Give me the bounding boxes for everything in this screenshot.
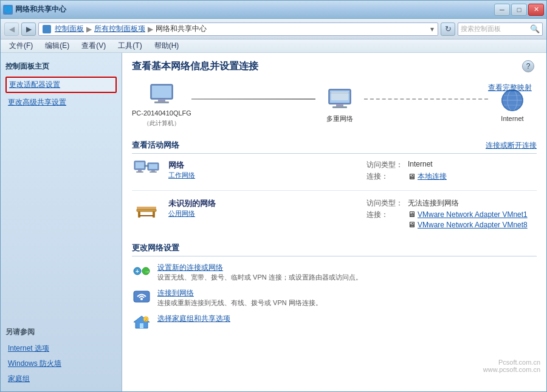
connect-disconnect-link[interactable]: 连接或断开连接 (486, 140, 537, 151)
svg-point-26 (146, 165, 149, 167)
svg-text:+: + (136, 268, 139, 275)
svg-rect-27 (137, 209, 156, 211)
network-1-connect-row: 连接： 🖥 本地连接 (366, 171, 537, 182)
main-panel: ? 查看基本网络信息并设置连接 PC-20140410QLFG (122, 53, 546, 391)
change-settings-label: 更改网络设置 (132, 242, 179, 253)
breadcrumb-part-3: 网络和共享中心 (156, 24, 207, 34)
breadcrumb-part-1[interactable]: 控制面板 (55, 24, 84, 34)
refresh-button[interactable]: ↻ (441, 22, 455, 36)
menu-view[interactable]: 查看(V) (78, 40, 109, 52)
network-2-access-label: 访问类型： (366, 198, 403, 208)
network-2-access-value: 无法连接到网络 (408, 198, 459, 208)
window-title: 网络和共享中心 (15, 4, 66, 15)
svg-point-37 (140, 298, 143, 300)
menu-file[interactable]: 文件(F) (5, 40, 36, 52)
middle-label: 多重网络 (326, 114, 353, 123)
minimize-button[interactable]: ─ (494, 4, 510, 16)
network-2-vmnet1-wrap: 🖥 VMware Network Adapter VMnet1 (408, 210, 528, 219)
main-title: 查看基本网络信息并设置连接 (132, 60, 537, 73)
watermark-line2: www.pcsoft.com.cn (483, 366, 540, 373)
sidebar: 控制面板主页 更改适配器设置 更改高级共享设置 另请参阅 Internet 选项… (1, 53, 122, 391)
connect-network-desc: 连接或重新连接到无线、有线、拨号或 VPN 网络连接。 (157, 299, 322, 306)
back-button[interactable]: ◀ (4, 22, 19, 36)
breadcrumb-icon (43, 25, 51, 33)
sidebar-also-heading: 另请参阅 (5, 325, 117, 340)
network-1-icon (132, 160, 161, 184)
network-2-info: 未识别的网络 公用网络 (168, 198, 359, 218)
help-button[interactable]: ? (522, 60, 534, 72)
network-2-connect-label: 连接： (366, 210, 403, 229)
svg-point-25 (144, 165, 146, 167)
vmnet1-icon: 🖥 (408, 210, 416, 219)
sidebar-homegroup[interactable]: 家庭组 (5, 373, 117, 385)
change-item-1: + → 设置新的连接或网络 设置无线、宽带、拨号、临时或 VPN 连接；或设置路… (132, 263, 537, 282)
network-1-connect-link[interactable]: 本地连接 (418, 171, 447, 182)
titlebar-left: 🌐 网络和共享中心 (3, 4, 66, 15)
restore-button[interactable]: □ (511, 4, 527, 16)
svg-text:→: → (144, 268, 150, 275)
window-controls: ─ □ ✕ (494, 4, 544, 16)
new-connection-icon: + → (132, 263, 151, 280)
search-bar[interactable]: 搜索控制面板 🔍 (458, 22, 543, 36)
sidebar-internet-options[interactable]: Internet 选项 (5, 342, 117, 355)
search-icon[interactable]: 🔍 (530, 24, 540, 33)
main-window: 🌐 网络和共享中心 ─ □ ✕ ◀ ▶ 控制面板 ▶ 所有控制面板项 ▶ 网络和… (0, 0, 547, 392)
svg-rect-19 (136, 171, 143, 173)
svg-rect-38 (140, 323, 143, 328)
breadcrumb-part-2[interactable]: 所有控制面板项 (94, 24, 145, 34)
titlebar: 🌐 网络和共享中心 ─ □ ✕ (1, 1, 546, 19)
view-full-map-link[interactable]: 查看完整映射 (488, 83, 532, 93)
computer-sublabel: （此计算机） (143, 119, 180, 128)
active-networks-header: 查看活动网络 连接或断开连接 (132, 140, 537, 154)
network-1-type[interactable]: 工作网络 (168, 171, 359, 180)
menu-tools[interactable]: 工具(T) (114, 40, 145, 52)
sidebar-link-adapter[interactable]: 更改适配器设置 (5, 77, 117, 93)
navbar: ◀ ▶ 控制面板 ▶ 所有控制面板项 ▶ 网络和共享中心 ▾ ↻ 搜索控制面板 … (1, 19, 546, 40)
vmnet8-icon: 🖥 (408, 220, 416, 229)
new-connection-link[interactable]: 设置新的连接或网络 (157, 263, 537, 273)
menu-help[interactable]: 帮助(H) (151, 40, 183, 52)
network-diagram: PC-20140410QLFG （此计算机） (132, 83, 537, 128)
svg-text:♪: ♪ (145, 317, 147, 322)
sidebar-link-sharing[interactable]: 更改高级共享设置 (5, 95, 117, 109)
change-item-2: 连接到网络 连接或重新连接到无线、有线、拨号或 VPN 网络连接。 (132, 288, 537, 308)
homegroup-link[interactable]: 选择家庭组和共享选项 (157, 314, 537, 324)
search-placeholder: 搜索控制面板 (461, 24, 530, 33)
sidebar-firewall[interactable]: Windows 防火墙 (5, 357, 117, 370)
change-item-3-text: 选择家庭组和共享选项 (157, 314, 537, 324)
forward-button[interactable]: ▶ (21, 22, 36, 36)
network-2-type[interactable]: 公用网络 (168, 209, 359, 218)
net-internet: Internet (488, 88, 537, 122)
connect-network-link[interactable]: 连接到网络 (157, 288, 537, 298)
svg-rect-3 (154, 101, 169, 103)
new-connection-desc: 设置无线、宽带、拨号、临时或 VPN 连接；或设置路由器或访问点。 (157, 273, 362, 281)
network-2-vmnet8-link[interactable]: VMware Network Adapter VMnet8 (418, 221, 528, 229)
network-2-vmnet1-link[interactable]: VMware Network Adapter VMnet1 (418, 210, 528, 219)
breadcrumb-sep-2: ▶ (148, 25, 153, 33)
breadcrumb-sep-1: ▶ (86, 25, 92, 33)
network-2-name: 未识别的网络 (168, 198, 359, 209)
sidebar-heading: 控制面板主页 (5, 59, 117, 74)
network-2-connect-row-1: 连接： 🖥 VMware Network Adapter VMnet1 🖥 VM… (366, 210, 537, 229)
change-item-2-text: 连接到网络 连接或重新连接到无线、有线、拨号或 VPN 网络连接。 (157, 288, 537, 308)
computer-icon (147, 83, 176, 107)
breadcrumb: 控制面板 ▶ 所有控制面板项 ▶ 网络和共享中心 ▾ (38, 22, 438, 36)
svg-rect-7 (332, 106, 347, 108)
network-2-vmnet8-wrap: 🖥 VMware Network Adapter VMnet8 (408, 220, 528, 229)
svg-rect-23 (150, 171, 157, 173)
net-line-2 (364, 98, 488, 100)
network-1-details: 访问类型： Internet 连接： 🖥 本地连接 (366, 160, 537, 182)
change-item-3: ♪ 选择家庭组和共享选项 (132, 314, 537, 331)
network-2-icon (132, 198, 161, 222)
close-button[interactable]: ✕ (528, 4, 544, 16)
network-1-info: 网络 工作网络 (168, 160, 359, 180)
menu-edit[interactable]: 编辑(E) (41, 40, 73, 52)
network-1-access-value: Internet (408, 160, 433, 170)
breadcrumb-dropdown-icon[interactable]: ▾ (430, 25, 434, 33)
multi-network-icon (325, 88, 354, 112)
watermark-line1: Pcsoft.com.cn (483, 359, 540, 366)
change-item-1-text: 设置新的连接或网络 设置无线、宽带、拨号、临时或 VPN 连接；或设置路由器或访… (157, 263, 537, 282)
svg-rect-2 (158, 99, 165, 101)
network-entry-1: 网络 工作网络 访问类型： Internet 连接： 🖥 本地连接 (132, 160, 537, 191)
change-section: + → 设置新的连接或网络 设置无线、宽带、拨号、临时或 VPN 连接；或设置路… (132, 263, 537, 331)
